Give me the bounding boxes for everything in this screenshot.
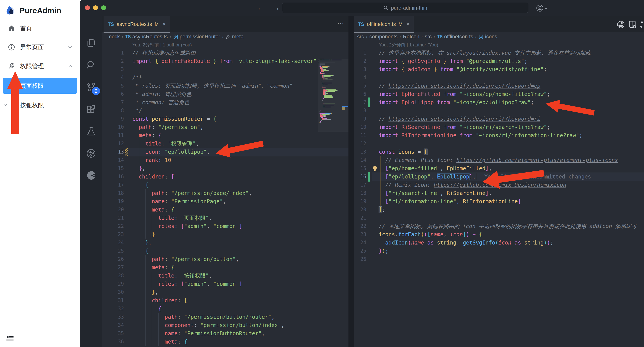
sidebar-subitem-button-permission[interactable]: 按钮权限: [3, 98, 77, 113]
token: import: [379, 58, 398, 64]
editor-group-separator[interactable]: [348, 16, 354, 347]
breadcrumb-item[interactable]: TSofflineIcon.ts: [437, 34, 473, 40]
code-text: // Remix Icon: https://github.com/Remix-…: [379, 181, 566, 189]
account-icon[interactable]: [536, 4, 551, 13]
minimap[interactable]: [318, 59, 348, 139]
token: meta: [139, 132, 152, 139]
token: name: [430, 231, 444, 238]
token: [437, 66, 440, 73]
extensions-icon[interactable]: [84, 103, 98, 116]
added-gutter-marker: [368, 172, 370, 182]
line-number: 1: [102, 49, 124, 57]
token: [132, 174, 139, 180]
window-minimize-button[interactable]: [93, 5, 98, 10]
token: from: [440, 66, 453, 73]
breadcrumb-item[interactable]: mock: [108, 34, 120, 40]
code-text: ["ri/search-line", RiSearchLine],: [379, 189, 492, 197]
token: [405, 66, 408, 73]
token: [440, 124, 444, 130]
collapse-sidebar-icon[interactable]: [6, 335, 14, 343]
lightbulb-icon[interactable]: [372, 165, 378, 172]
breadcrumb-item[interactable]: src: [425, 34, 432, 40]
line-number: 9: [354, 115, 366, 123]
token: from: [444, 124, 456, 130]
code-line: 6 * admin: 管理员角色: [102, 90, 318, 98]
breadcrumb-item[interactable]: src: [357, 34, 364, 40]
token: ]: [239, 223, 242, 229]
author-annotation: You, 2分钟前 | 1 author (You): [379, 42, 438, 48]
window-zoom-button[interactable]: [101, 5, 106, 10]
line-number: 15: [354, 164, 366, 173]
line-number: 35: [102, 329, 124, 337]
explorer-icon[interactable]: [84, 37, 98, 50]
code-line: 11 meta: {: [102, 131, 318, 140]
token: [: [184, 297, 187, 304]
search-icon[interactable]: [84, 59, 98, 72]
token: [132, 190, 152, 196]
copilot-icon[interactable]: [614, 18, 627, 31]
editor-more-actions-icon[interactable]: ⋯: [337, 20, 344, 28]
token: name: [411, 239, 424, 246]
token: [210, 58, 213, 64]
breadcrumb-item[interactable]: components: [369, 34, 398, 40]
code-line: 7 * common: 普通角色: [102, 98, 318, 107]
line-number: 33: [102, 313, 124, 321]
sidebar-item-home[interactable]: 首页: [0, 22, 80, 35]
tab-close-icon[interactable]: ×: [162, 21, 166, 27]
beaker-icon[interactable]: [84, 125, 98, 138]
token: [132, 182, 145, 188]
wrench-icon: [226, 34, 230, 39]
token: EpHomeFilled: [447, 165, 486, 172]
token: roles: [158, 281, 174, 287]
share-graph-icon[interactable]: [84, 147, 98, 160]
token: ;: [579, 132, 582, 139]
code-area[interactable]: You, 2分钟前 | 1 author (You)1// 这里存放本地图标, …: [354, 41, 644, 347]
sidebar-item-exception[interactable]: 异常页面: [0, 40, 80, 54]
nav-forward-icon[interactable]: →: [272, 4, 280, 12]
token: [430, 66, 434, 73]
breadcrumb-item[interactable]: permissionRouter: [173, 34, 220, 40]
tab-close-icon[interactable]: ×: [406, 21, 410, 27]
token: ,: [444, 231, 450, 238]
token: :: [165, 264, 171, 271]
token: (: [408, 239, 411, 246]
token: }: [444, 58, 447, 64]
token: ]: [463, 231, 466, 238]
code-line: 1// 这里存放本地图标, 在 src/layout/index.vue 文件中…: [354, 49, 644, 57]
code-area[interactable]: You, 2分钟前 | 1 author (You)1// 模拟后端动态生成路由…: [102, 41, 348, 347]
code-line: 16 ["ep/lollipop", EpLollipop],You, 3分钟前…: [354, 173, 644, 181]
breadcrumb-item[interactable]: icons: [478, 34, 497, 40]
tab-asyncRoutes.ts[interactable]: TSasyncRoutes.tsM×: [104, 16, 170, 33]
breadcrumb-item[interactable]: TSasyncRoutes.ts: [125, 34, 168, 40]
token: {: [158, 305, 162, 312]
split-search-icon[interactable]: [626, 18, 639, 31]
breadcrumb-label: offlineIcon.ts: [444, 34, 473, 40]
token: addIcon: [385, 239, 408, 246]
sidebar-subitem-page-permission[interactable]: 页面权限: [3, 78, 77, 94]
code-line: 24 addIcon(name as string, getSvgInfo(ic…: [354, 239, 644, 247]
code-text: meta: {: [132, 337, 187, 346]
breadcrumb-item[interactable]: meta: [226, 34, 244, 40]
token: "~icons/ep/home-filled?raw": [460, 91, 547, 97]
compare-changes-icon[interactable]: [638, 18, 644, 31]
token: "/permission/button": [171, 256, 236, 262]
token: }: [213, 58, 216, 64]
code-line: 5// https://icon-sets.iconify.design/ep/…: [354, 82, 644, 90]
ts-icon: TS: [125, 34, 131, 39]
token: 10: [165, 157, 171, 163]
overview-ruler-mark-blue: [342, 106, 348, 107]
tab-offlineIcon.ts[interactable]: TSofflineIcon.tsM×: [354, 16, 414, 33]
app-logo[interactable]: PureAdmin: [5, 4, 61, 18]
eplollipop-link[interactable]: EpLollipop: [437, 174, 469, 180]
window-close-button[interactable]: [85, 5, 90, 10]
search-command-center[interactable]: pure-admin-thin: [282, 3, 528, 13]
breadcrumb-item[interactable]: ReIcon: [403, 34, 420, 40]
code-text: addIcon(name as string, getSvgInfo(icon …: [379, 239, 553, 247]
droplet-logo-icon: [5, 5, 16, 16]
token: [456, 132, 460, 139]
nav-back-icon[interactable]: ←: [256, 4, 265, 12]
pie-icon[interactable]: [84, 169, 98, 182]
breadcrumb-separator: ›: [169, 34, 172, 39]
sidebar-item-permission[interactable]: 权限管理: [0, 59, 80, 73]
token: ;: [524, 58, 528, 64]
